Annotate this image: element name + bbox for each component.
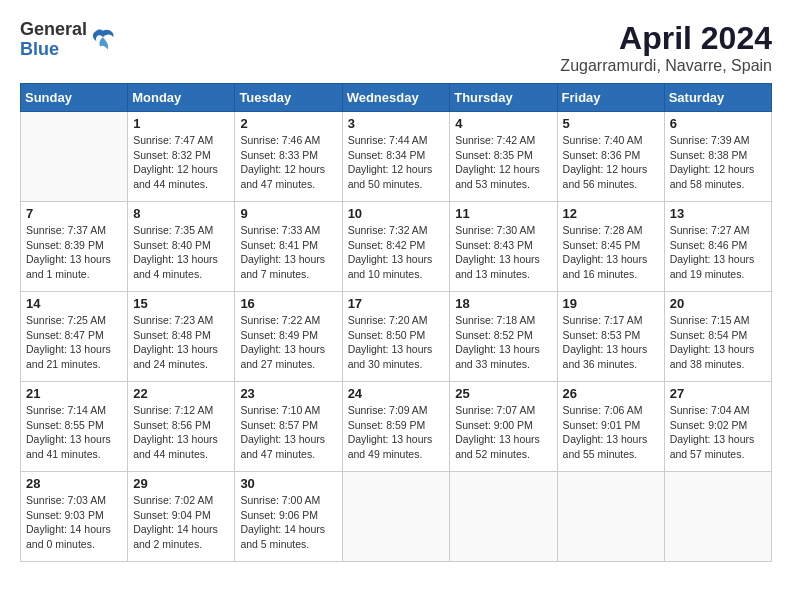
calendar-cell: 19Sunrise: 7:17 AMSunset: 8:53 PMDayligh… (557, 292, 664, 382)
calendar-cell (450, 472, 557, 562)
day-number: 4 (455, 116, 551, 131)
page-subtitle: Zugarramurdi, Navarre, Spain (560, 57, 772, 75)
day-number: 24 (348, 386, 445, 401)
calendar-cell: 12Sunrise: 7:28 AMSunset: 8:45 PMDayligh… (557, 202, 664, 292)
day-number: 21 (26, 386, 122, 401)
day-info: Sunrise: 7:27 AMSunset: 8:46 PMDaylight:… (670, 223, 766, 282)
day-number: 13 (670, 206, 766, 221)
day-number: 25 (455, 386, 551, 401)
week-row-4: 21Sunrise: 7:14 AMSunset: 8:55 PMDayligh… (21, 382, 772, 472)
page-title: April 2024 (560, 20, 772, 57)
calendar-body: 1Sunrise: 7:47 AMSunset: 8:32 PMDaylight… (21, 112, 772, 562)
day-number: 9 (240, 206, 336, 221)
calendar-cell: 10Sunrise: 7:32 AMSunset: 8:42 PMDayligh… (342, 202, 450, 292)
calendar-cell: 22Sunrise: 7:12 AMSunset: 8:56 PMDayligh… (128, 382, 235, 472)
calendar-cell: 28Sunrise: 7:03 AMSunset: 9:03 PMDayligh… (21, 472, 128, 562)
calendar-cell: 21Sunrise: 7:14 AMSunset: 8:55 PMDayligh… (21, 382, 128, 472)
title-block: April 2024 Zugarramurdi, Navarre, Spain (560, 20, 772, 75)
day-info: Sunrise: 7:39 AMSunset: 8:38 PMDaylight:… (670, 133, 766, 192)
calendar-cell: 30Sunrise: 7:00 AMSunset: 9:06 PMDayligh… (235, 472, 342, 562)
calendar-cell (557, 472, 664, 562)
calendar-cell: 13Sunrise: 7:27 AMSunset: 8:46 PMDayligh… (664, 202, 771, 292)
column-header-tuesday: Tuesday (235, 84, 342, 112)
day-info: Sunrise: 7:47 AMSunset: 8:32 PMDaylight:… (133, 133, 229, 192)
day-info: Sunrise: 7:32 AMSunset: 8:42 PMDaylight:… (348, 223, 445, 282)
calendar-header: SundayMondayTuesdayWednesdayThursdayFrid… (21, 84, 772, 112)
day-info: Sunrise: 7:10 AMSunset: 8:57 PMDaylight:… (240, 403, 336, 462)
calendar-cell: 4Sunrise: 7:42 AMSunset: 8:35 PMDaylight… (450, 112, 557, 202)
calendar-cell: 7Sunrise: 7:37 AMSunset: 8:39 PMDaylight… (21, 202, 128, 292)
day-number: 26 (563, 386, 659, 401)
day-info: Sunrise: 7:02 AMSunset: 9:04 PMDaylight:… (133, 493, 229, 552)
week-row-1: 1Sunrise: 7:47 AMSunset: 8:32 PMDaylight… (21, 112, 772, 202)
calendar-cell: 26Sunrise: 7:06 AMSunset: 9:01 PMDayligh… (557, 382, 664, 472)
day-info: Sunrise: 7:33 AMSunset: 8:41 PMDaylight:… (240, 223, 336, 282)
day-info: Sunrise: 7:03 AMSunset: 9:03 PMDaylight:… (26, 493, 122, 552)
day-number: 16 (240, 296, 336, 311)
calendar-cell: 17Sunrise: 7:20 AMSunset: 8:50 PMDayligh… (342, 292, 450, 382)
day-info: Sunrise: 7:07 AMSunset: 9:00 PMDaylight:… (455, 403, 551, 462)
day-info: Sunrise: 7:12 AMSunset: 8:56 PMDaylight:… (133, 403, 229, 462)
day-info: Sunrise: 7:22 AMSunset: 8:49 PMDaylight:… (240, 313, 336, 372)
day-number: 22 (133, 386, 229, 401)
day-number: 29 (133, 476, 229, 491)
day-number: 8 (133, 206, 229, 221)
logo-blue: Blue (20, 40, 87, 60)
calendar-cell: 16Sunrise: 7:22 AMSunset: 8:49 PMDayligh… (235, 292, 342, 382)
column-header-wednesday: Wednesday (342, 84, 450, 112)
calendar-cell: 1Sunrise: 7:47 AMSunset: 8:32 PMDaylight… (128, 112, 235, 202)
week-row-3: 14Sunrise: 7:25 AMSunset: 8:47 PMDayligh… (21, 292, 772, 382)
calendar-cell: 3Sunrise: 7:44 AMSunset: 8:34 PMDaylight… (342, 112, 450, 202)
column-header-monday: Monday (128, 84, 235, 112)
logo: General Blue (20, 20, 117, 60)
logo-text: General Blue (20, 20, 87, 60)
day-number: 15 (133, 296, 229, 311)
day-info: Sunrise: 7:14 AMSunset: 8:55 PMDaylight:… (26, 403, 122, 462)
column-header-friday: Friday (557, 84, 664, 112)
day-number: 5 (563, 116, 659, 131)
day-number: 12 (563, 206, 659, 221)
day-number: 1 (133, 116, 229, 131)
calendar-cell: 23Sunrise: 7:10 AMSunset: 8:57 PMDayligh… (235, 382, 342, 472)
day-number: 27 (670, 386, 766, 401)
day-number: 11 (455, 206, 551, 221)
day-number: 14 (26, 296, 122, 311)
day-info: Sunrise: 7:00 AMSunset: 9:06 PMDaylight:… (240, 493, 336, 552)
calendar-cell (342, 472, 450, 562)
calendar-cell: 24Sunrise: 7:09 AMSunset: 8:59 PMDayligh… (342, 382, 450, 472)
calendar-cell: 5Sunrise: 7:40 AMSunset: 8:36 PMDaylight… (557, 112, 664, 202)
calendar-cell: 27Sunrise: 7:04 AMSunset: 9:02 PMDayligh… (664, 382, 771, 472)
day-number: 23 (240, 386, 336, 401)
day-info: Sunrise: 7:09 AMSunset: 8:59 PMDaylight:… (348, 403, 445, 462)
calendar-cell: 8Sunrise: 7:35 AMSunset: 8:40 PMDaylight… (128, 202, 235, 292)
calendar-table: SundayMondayTuesdayWednesdayThursdayFrid… (20, 83, 772, 562)
day-info: Sunrise: 7:30 AMSunset: 8:43 PMDaylight:… (455, 223, 551, 282)
day-info: Sunrise: 7:37 AMSunset: 8:39 PMDaylight:… (26, 223, 122, 282)
calendar-cell: 11Sunrise: 7:30 AMSunset: 8:43 PMDayligh… (450, 202, 557, 292)
day-number: 28 (26, 476, 122, 491)
day-number: 17 (348, 296, 445, 311)
calendar-cell: 15Sunrise: 7:23 AMSunset: 8:48 PMDayligh… (128, 292, 235, 382)
calendar-cell (21, 112, 128, 202)
day-info: Sunrise: 7:18 AMSunset: 8:52 PMDaylight:… (455, 313, 551, 372)
page-header: General Blue April 2024 Zugarramurdi, Na… (20, 20, 772, 75)
calendar-cell: 20Sunrise: 7:15 AMSunset: 8:54 PMDayligh… (664, 292, 771, 382)
column-header-saturday: Saturday (664, 84, 771, 112)
calendar-cell: 2Sunrise: 7:46 AMSunset: 8:33 PMDaylight… (235, 112, 342, 202)
day-info: Sunrise: 7:04 AMSunset: 9:02 PMDaylight:… (670, 403, 766, 462)
day-info: Sunrise: 7:42 AMSunset: 8:35 PMDaylight:… (455, 133, 551, 192)
column-header-sunday: Sunday (21, 84, 128, 112)
day-info: Sunrise: 7:15 AMSunset: 8:54 PMDaylight:… (670, 313, 766, 372)
calendar-cell: 9Sunrise: 7:33 AMSunset: 8:41 PMDaylight… (235, 202, 342, 292)
calendar-cell: 18Sunrise: 7:18 AMSunset: 8:52 PMDayligh… (450, 292, 557, 382)
day-info: Sunrise: 7:06 AMSunset: 9:01 PMDaylight:… (563, 403, 659, 462)
day-info: Sunrise: 7:17 AMSunset: 8:53 PMDaylight:… (563, 313, 659, 372)
day-info: Sunrise: 7:20 AMSunset: 8:50 PMDaylight:… (348, 313, 445, 372)
day-number: 10 (348, 206, 445, 221)
day-info: Sunrise: 7:44 AMSunset: 8:34 PMDaylight:… (348, 133, 445, 192)
day-number: 7 (26, 206, 122, 221)
day-info: Sunrise: 7:40 AMSunset: 8:36 PMDaylight:… (563, 133, 659, 192)
logo-general: General (20, 20, 87, 40)
logo-bird-icon (89, 26, 117, 54)
calendar-cell (664, 472, 771, 562)
